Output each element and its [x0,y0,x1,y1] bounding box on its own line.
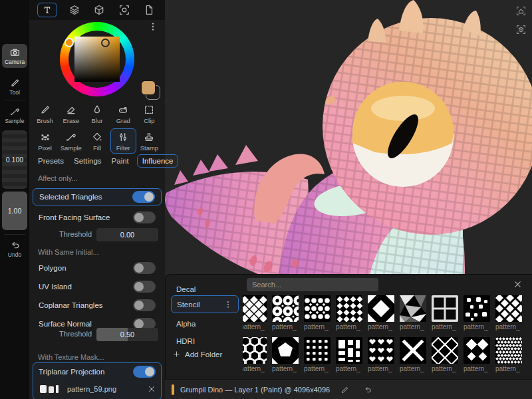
tab-paint[interactable]: Paint [110,154,131,168]
pixel-tool[interactable]: Pixel [32,128,58,154]
blur-tool[interactable]: Blur [84,101,110,126]
stencil-tile-label: pattern_ [272,323,299,331]
capture-button[interactable] [116,3,132,17]
close-shelf-icon[interactable] [513,279,523,289]
layers-icon [68,4,80,16]
status-undo-icon[interactable] [363,385,372,394]
stencil-tile[interactable]: pattern_ [432,295,458,331]
tab-settings[interactable]: Settings [72,154,104,168]
texture-thumbnail[interactable] [38,382,61,396]
threshold-input[interactable]: 0.00 [96,228,158,241]
stencil-tile[interactable]: pattern_ [240,295,267,331]
status-accent-bar [172,384,174,395]
camera-mode-button[interactable]: Camera [2,44,27,68]
stencil-tile-label: pattern_ [495,365,522,372]
sample-tool[interactable]: Sample [58,128,84,154]
undo-button[interactable]: Undo [2,237,27,261]
triplanar-toggle[interactable] [133,366,156,378]
home-frame-icon[interactable] [515,5,527,17]
row-uv-island[interactable]: UV Island [33,278,162,295]
plus-icon [172,350,181,358]
brush-icon [9,77,21,88]
stencil-tile[interactable]: pattern_ [464,295,490,331]
tab-influence[interactable]: Influence [137,154,179,168]
sv-knob[interactable] [101,39,110,47]
row-triplanar-projection[interactable]: Triplanar Projection [33,363,161,380]
uv-island-toggle[interactable] [133,281,156,293]
cube-frame-icon[interactable] [515,24,527,35]
ring-dots-pattern [272,295,299,322]
stamp-icon [143,131,155,143]
search-input[interactable] [247,278,378,291]
scene-panel-button[interactable] [91,3,107,17]
app-window: Camera Tool Sample 0.100 1.00 Undo [0,0,532,399]
section-texture-mask: With Texture Mask... [38,353,104,361]
category-stencil[interactable]: Stencil [171,295,239,313]
kebab-icon[interactable] [223,300,233,309]
hue-wheel[interactable] [60,22,134,96]
stencil-tile[interactable]: pattern_ [336,295,362,331]
layer-status-text: Grumpii Dino — Layer 1 (Paint) @ 4096x40… [180,386,330,394]
stencil-tile[interactable]: pattern_ [336,337,362,372]
polygon-toggle[interactable] [133,262,156,274]
picker-menu-kebab-icon[interactable] [148,21,158,32]
category-alpha[interactable]: Alpha [171,316,239,332]
stencil-tile-label: pattern_ [240,323,267,331]
row-polygon[interactable]: Polygon [33,259,162,277]
hue-knob[interactable] [65,38,74,47]
texture-mask-file-row[interactable]: pattern_59.png [33,380,161,398]
erase-tool[interactable]: Erase [58,101,84,126]
selected-triangles-toggle[interactable] [132,191,155,203]
stencil-tile[interactable]: pattern_ [495,295,522,331]
diamond-dots-pattern [336,295,362,322]
stencil-tile[interactable]: pattern_ [304,337,331,372]
stencil-tile[interactable]: pattern_ [272,295,299,331]
scatter-squares-pattern [464,295,490,322]
stencil-tile[interactable]: pattern_ [400,295,426,331]
dot-rows-pattern [304,295,331,322]
intensity-slider[interactable]: 1.00 [2,192,27,230]
layers-panel-button[interactable] [66,3,82,17]
coplanar-toggle[interactable] [133,299,156,311]
stamp-tool[interactable]: Stamp [136,128,162,154]
sample-mode-button[interactable]: Sample [2,103,27,127]
stencil-tile[interactable]: pattern_ [272,337,299,372]
threshold-slider[interactable]: 0.50 [96,328,158,341]
stencil-tile[interactable]: pattern_ [304,295,331,331]
stencil-tile[interactable]: pattern_ [400,337,426,372]
brush-icon [39,104,51,116]
stencil-tile-label: pattern_ [432,323,458,331]
stencil-tile[interactable]: pattern_ [368,295,394,331]
stencil-tile[interactable]: pattern_ [495,337,522,372]
grad-tool[interactable]: Grad [110,101,136,126]
clip-tool[interactable]: Clip [136,101,162,126]
fill-tool[interactable]: Fill [84,128,110,154]
saturation-value-square[interactable] [74,37,120,82]
files-panel-button[interactable] [141,3,157,17]
stencil-tile[interactable]: pattern_ [368,337,394,372]
color-swatch[interactable] [141,80,161,100]
tab-presets[interactable]: Presets [36,154,66,168]
row-coplanar-triangles[interactable]: Coplanar Triangles [33,297,162,314]
diamond-grid-pattern [240,295,267,322]
tools-panel-button[interactable] [37,3,57,17]
eyedropper-icon [9,106,21,117]
brush-tool[interactable]: Brush [32,101,58,126]
remove-texture-icon[interactable] [147,384,156,394]
category-hdri[interactable]: HDRI [171,333,239,349]
stencil-tile-label: pattern_ [400,365,426,372]
filter-tool[interactable]: Filter [110,128,136,154]
tool-mode-button[interactable]: Tool [2,74,27,98]
stencil-tile[interactable]: pattern_ [432,337,458,372]
camera-icon [9,47,21,58]
row-selected-triangles[interactable]: Selected Triangles [33,188,162,205]
add-folder-button[interactable]: Add Folder [172,350,222,358]
row-front-facing-surface[interactable]: Front Facing Surface [33,209,162,226]
undo-icon [9,239,21,251]
edit-layer-pencil-icon[interactable] [340,385,350,394]
cube-icon [93,4,105,16]
front-facing-toggle[interactable] [133,211,156,223]
radius-slider[interactable]: 0.100 [2,130,27,189]
stencil-tile[interactable]: pattern_ [464,337,490,372]
stencil-tile[interactable]: pattern_ [240,337,267,372]
